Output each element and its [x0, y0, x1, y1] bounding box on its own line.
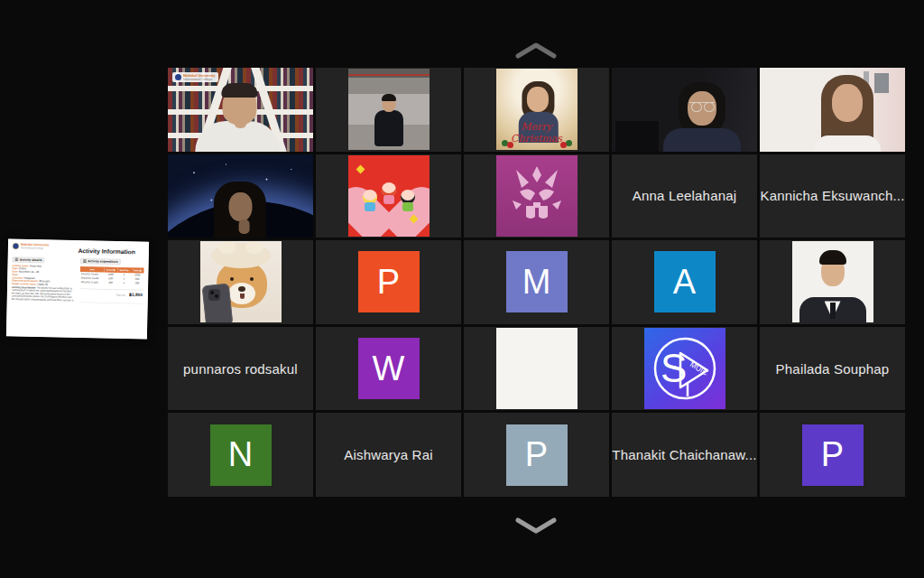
powerpuff-blossom-body	[383, 195, 394, 204]
person-body	[663, 128, 741, 152]
initial-avatar: P	[506, 424, 568, 486]
avatar-tile[interactable]	[168, 240, 313, 324]
participant-grid: Mahidol UniversityInternational College …	[168, 68, 905, 497]
expenditure-table: ItemPrice (฿)QuantityTotal (฿) 1st prize…	[80, 266, 144, 285]
phone-lens	[215, 294, 218, 298]
clipboard-icon	[15, 258, 19, 262]
name-tile[interactable]: punnaros rodsakul	[168, 327, 313, 411]
details-heading: Activity details	[13, 256, 45, 263]
person-hair	[819, 250, 846, 265]
person-hand	[238, 219, 249, 234]
details-fields: Activity name: Photo WarType: OnlineDate…	[12, 264, 76, 302]
avatar-image	[792, 241, 873, 322]
university-logo-icon	[13, 243, 19, 249]
powerpuff-bubbles-body	[365, 202, 375, 211]
avatar-tile[interactable]: Merry Christmas	[464, 68, 609, 152]
avatar-tile[interactable]	[316, 154, 461, 238]
participant-name: Aishwarya Rai	[316, 413, 461, 497]
avatar-tile[interactable]	[464, 154, 609, 238]
slide-title: Activity Information	[78, 244, 143, 256]
expenditure-total: Total cost ฿1,800	[79, 288, 143, 296]
avatar-image: Merry Christmas	[496, 69, 578, 150]
person-body	[814, 135, 881, 152]
table-cell: 1	[117, 281, 131, 285]
dog-nose	[238, 286, 245, 292]
tie	[830, 303, 836, 319]
video-tile[interactable]	[760, 68, 905, 152]
watermark-badge: Mahidol UniversityInternational College	[172, 72, 218, 82]
name-tile[interactable]: Thanakit Chaichanaw...	[612, 413, 757, 497]
video-feed: Mahidol UniversityInternational College	[168, 68, 313, 152]
letter-tile[interactable]: A	[612, 240, 757, 324]
avatar-tile[interactable]	[316, 68, 461, 152]
video-tile[interactable]	[168, 154, 313, 238]
university-logo-icon	[175, 74, 181, 80]
video-tile[interactable]: Mahidol UniversityInternational College	[168, 68, 313, 152]
video-feed	[612, 68, 757, 152]
participant-name: Kannicha Eksuwanch...	[760, 154, 905, 238]
glasses-icon	[704, 102, 715, 112]
window-decor	[874, 73, 889, 93]
name-tile[interactable]: Kannicha Eksuwanch...	[760, 154, 905, 238]
video-feed	[760, 68, 905, 152]
table-cell: 300	[131, 281, 143, 285]
letter-tile[interactable]: P	[464, 413, 609, 497]
person-face	[526, 87, 548, 112]
dog-eye	[230, 277, 234, 281]
initial-avatar: M	[506, 251, 568, 312]
avatar-image	[200, 241, 282, 322]
beanie-bump	[218, 241, 236, 254]
initial-avatar: A	[654, 251, 716, 312]
avatar-image	[348, 155, 430, 237]
chevron-up-icon	[515, 42, 557, 59]
participant-name: Phailada Souphap	[760, 327, 905, 411]
shared-slide: Mahidol University International College…	[6, 238, 149, 339]
avatar-tile[interactable]	[464, 327, 609, 411]
screen-share-preview[interactable]: Mahidol University International College…	[6, 238, 149, 339]
person-hair	[221, 83, 257, 98]
svg-text:S: S	[661, 346, 687, 390]
sa-muic-logo: S MUIC	[644, 328, 725, 409]
initial-avatar: P	[358, 251, 420, 312]
phone-lens	[210, 291, 214, 294]
video-tile[interactable]	[612, 68, 757, 152]
expenditure-heading: Activity expenditure	[80, 258, 121, 265]
name-tile[interactable]: Aishwarya Rai	[316, 413, 461, 497]
avatar-image	[496, 155, 578, 237]
table-row: 3rd prize (cash)3001300	[80, 280, 144, 285]
letter-tile[interactable]: W	[316, 327, 461, 411]
avatar-tile[interactable]: S MUIC	[612, 327, 757, 411]
participant-name: punnaros rodsakul	[168, 327, 313, 411]
avatar-image: S MUIC	[644, 328, 725, 409]
bank-icon	[83, 259, 87, 263]
participant-name: Anna Leelahanaj	[612, 154, 757, 238]
ceiling-pipe-decor	[348, 74, 430, 76]
furniture-decor	[615, 121, 659, 152]
avatar-tile[interactable]	[760, 240, 905, 324]
powerpuff-buttercup-body	[402, 202, 413, 211]
person-body	[374, 110, 403, 146]
chevron-down-icon	[515, 517, 557, 534]
avatar-image	[348, 69, 430, 150]
person-face	[832, 84, 863, 122]
letter-tile[interactable]: P	[760, 413, 905, 497]
christmas-caption: Merry Christmas	[496, 121, 578, 144]
table-cell: 300	[104, 280, 117, 284]
scroll-down-button[interactable]	[509, 515, 563, 536]
video-feed	[168, 154, 313, 238]
person-hair	[382, 94, 396, 101]
letter-tile[interactable]: M	[464, 240, 609, 324]
scroll-up-button[interactable]	[509, 40, 563, 61]
initial-avatar: W	[358, 338, 420, 399]
name-tile[interactable]: Anna Leelahanaj	[612, 154, 757, 238]
avatar-image	[496, 328, 578, 409]
initial-avatar: P	[802, 424, 864, 486]
letter-tile[interactable]: P	[316, 240, 461, 324]
dog-mouth	[240, 294, 245, 299]
beanie-bump	[245, 241, 263, 254]
letter-tile[interactable]: N	[168, 413, 313, 497]
initial-avatar: N	[210, 424, 272, 486]
detail-field: Activity Description: The theme for our …	[12, 286, 76, 302]
glasses-icon	[691, 102, 702, 112]
name-tile[interactable]: Phailada Souphap	[760, 327, 905, 411]
